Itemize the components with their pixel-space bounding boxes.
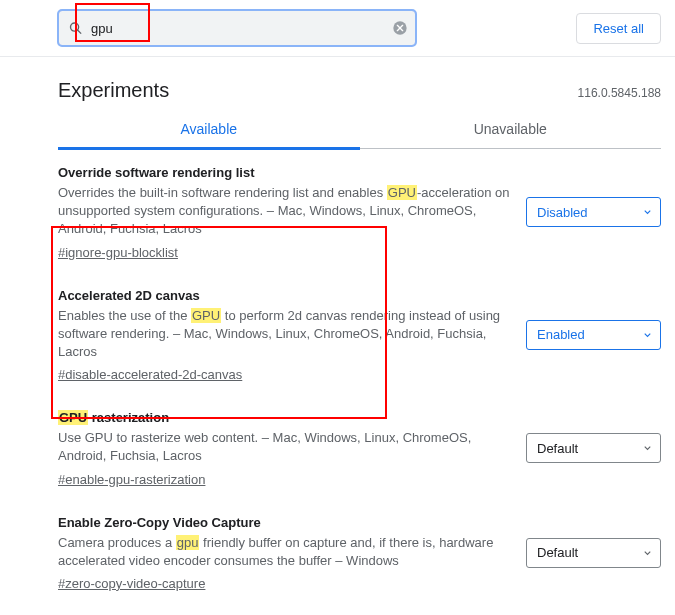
svg-point-0 — [71, 23, 79, 31]
flag-select-wrap: Default — [526, 538, 661, 568]
flag-state-select[interactable]: Default — [526, 433, 661, 463]
flag-select-wrap: Disabled — [526, 197, 661, 227]
highlight: GPU — [387, 185, 417, 200]
flag-title: Enable Zero-Copy Video Capture — [58, 515, 512, 530]
highlight: GPU — [58, 410, 88, 425]
highlight: GPU — [191, 308, 221, 323]
flag-description: Overrides the built-in software renderin… — [58, 184, 512, 239]
flag-permalink[interactable]: #enable-gpu-rasterization — [58, 472, 205, 487]
flag-row: Accelerated 2D canvasEnables the use of … — [58, 272, 661, 395]
flag-state-select[interactable]: Default — [526, 538, 661, 568]
flag-title: GPU rasterization — [58, 410, 512, 425]
flag-main: Accelerated 2D canvasEnables the use of … — [58, 288, 512, 383]
svg-line-1 — [78, 30, 82, 34]
search-input[interactable] — [58, 10, 416, 46]
highlight: gpu — [176, 535, 200, 550]
flag-row: Override software rendering listOverride… — [58, 149, 661, 272]
version-label: 116.0.5845.188 — [578, 86, 661, 100]
flag-main: Enable Zero-Copy Video CaptureCamera pro… — [58, 515, 512, 591]
flag-state-select[interactable]: Enabled — [526, 320, 661, 350]
tabs: Available Unavailable — [58, 110, 661, 149]
flag-permalink[interactable]: #zero-copy-video-capture — [58, 576, 205, 591]
flag-main: GPU rasterizationUse GPU to rasterize we… — [58, 410, 512, 486]
flag-select-wrap: Enabled — [526, 320, 661, 350]
tab-available[interactable]: Available — [58, 110, 360, 148]
tab-unavailable[interactable]: Unavailable — [360, 110, 662, 148]
search-field-wrap — [58, 10, 416, 46]
clear-search-icon[interactable] — [392, 20, 408, 36]
flag-description: Camera produces a gpu friendly buffer on… — [58, 534, 512, 570]
flag-select-wrap: Default — [526, 433, 661, 463]
flag-description: Enables the use of the GPU to perform 2d… — [58, 307, 512, 362]
flag-title: Override software rendering list — [58, 165, 512, 180]
flag-title: Accelerated 2D canvas — [58, 288, 512, 303]
search-icon — [68, 21, 83, 36]
flag-row: Zero-copy rasterizerRaster threads write… — [58, 603, 661, 615]
flag-list: Override software rendering listOverride… — [58, 149, 661, 615]
flag-permalink[interactable]: #disable-accelerated-2d-canvas — [58, 367, 242, 382]
flag-description: Use GPU to rasterize web content. – Mac,… — [58, 429, 512, 465]
flag-permalink[interactable]: #ignore-gpu-blocklist — [58, 245, 178, 260]
flag-state-select[interactable]: Disabled — [526, 197, 661, 227]
reset-all-button[interactable]: Reset all — [576, 13, 661, 44]
flag-main: Override software rendering listOverride… — [58, 165, 512, 260]
flag-row: GPU rasterizationUse GPU to rasterize we… — [58, 394, 661, 498]
flag-row: Enable Zero-Copy Video CaptureCamera pro… — [58, 499, 661, 603]
page-title: Experiments — [58, 79, 169, 102]
